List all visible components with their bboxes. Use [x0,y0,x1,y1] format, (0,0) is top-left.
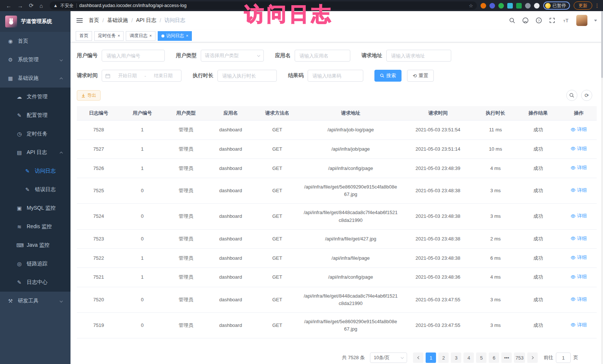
table-cell: 成功 [515,229,561,249]
sidebar-item-mysql[interactable]: ▣MySQL 监控 [0,199,71,217]
page-button-753[interactable]: 753 [514,352,525,363]
app-logo[interactable]: 芋道管理系统 [0,11,71,32]
request-time-range-picker[interactable]: 开始日期 - 结束日期 [102,70,181,82]
sidebar-item-label: MySQL 监控 [27,205,56,211]
sidebar-item-system[interactable]: ⚙系统管理 [0,50,71,69]
scrollbar[interactable] [601,11,603,364]
ext-green-circle-icon[interactable] [498,3,504,9]
tab-首页[interactable]: 首页 [76,31,92,41]
sidebar-item-trace[interactable]: ◎链路追踪 [0,255,71,273]
ext-gray-leaf-icon[interactable] [525,3,531,9]
detail-link[interactable]: 详细 [571,321,587,329]
ext-white-star-icon[interactable] [534,3,540,9]
reload-icon[interactable]: ⟳ [29,2,34,9]
search-button[interactable]: 搜索 [374,70,402,82]
more-pages-button[interactable]: ••• [501,352,512,363]
page-size-select[interactable]: 10条/页 [370,352,407,363]
page-button-6[interactable]: 6 [489,352,499,363]
goto-page-input[interactable] [556,352,571,363]
next-page-button[interactable] [527,352,538,363]
request-url-input[interactable] [386,50,451,62]
url-text[interactable]: dashboard.yudao.iocoder.cn/infra/log/api… [79,3,466,8]
sidebar-item-config[interactable]: ✎配置管理 [0,106,71,125]
page-button-1[interactable]: 1 [426,352,436,363]
table-cell: 0 [121,313,164,338]
home-icon[interactable]: ⌂ [40,3,43,9]
sidebar-item-log-center[interactable]: ✎日志中心 [0,273,71,292]
close-icon[interactable]: × [118,34,120,38]
sidebar-item-java[interactable]: ⌨Java 监控 [0,236,71,255]
tab-调度日志[interactable]: 调度日志× [126,31,155,41]
forward-icon[interactable]: → [17,3,23,9]
table-cell: dashboard [208,178,253,204]
detail-link[interactable]: 详细 [571,212,587,220]
security-label[interactable]: 不安全 [60,3,74,9]
table-cell: /api/infra/file/get/5e8609290e915c4fa8b0… [301,313,400,338]
detail-link[interactable]: 详细 [571,187,587,194]
detail-link[interactable]: 详细 [571,254,587,261]
help-icon[interactable]: ? [535,17,542,24]
scrollbar-thumb[interactable] [601,11,603,78]
hamburger-icon[interactable] [76,18,83,23]
sidebar-item-redis[interactable]: ≋Redis 监控 [0,217,71,236]
detail-link[interactable]: 详细 [571,126,587,133]
breadcrumb-item[interactable]: 首页 [89,17,99,24]
avatar-caret-icon[interactable] [594,20,597,22]
fullscreen-icon[interactable] [549,17,556,24]
browser-update-button[interactable]: 更新 [574,1,592,10]
detail-link[interactable]: 详细 [571,164,587,171]
tab-访问日志[interactable]: 访问日志× [158,31,192,41]
page-button-4[interactable]: 4 [463,352,474,363]
user-id-input[interactable] [102,50,165,62]
sidebar-item-home[interactable]: ◉首页 [0,32,71,50]
sidebar-item-api-log[interactable]: ▤API 日志 [0,143,71,162]
reset-button[interactable]: ⟲ 重置 [407,70,434,82]
ext-green-square-icon[interactable] [516,3,522,9]
github-icon[interactable] [522,17,529,24]
breadcrumb-item[interactable]: API 日志 [136,17,156,24]
duration-input[interactable] [217,70,277,82]
sidebar-item-infra[interactable]: ▦基础设施 [0,69,71,88]
sidebar-item-file[interactable]: ☁文件管理 [0,88,71,106]
close-icon[interactable]: × [186,34,188,38]
bookmark-star-icon[interactable]: ☆ [469,3,473,9]
sidebar-item-job[interactable]: ◷定时任务 [0,125,71,143]
user-avatar[interactable] [576,15,587,26]
export-button[interactable]: 导出 [77,90,101,101]
font-size-icon[interactable]: TT [562,17,570,24]
detail-link[interactable]: 详细 [571,235,587,242]
search-icon[interactable] [509,17,515,24]
sidebar-item-error-log[interactable]: ✎错误日志 [0,180,71,199]
ext-blue-shield-icon[interactable] [489,3,495,9]
refresh-table-button[interactable]: ⟳ [581,90,592,101]
page-button-2[interactable]: 2 [438,352,449,363]
table-cell-actions: 详细 [561,159,597,178]
detail-link[interactable]: 详细 [571,273,587,281]
detail-link[interactable]: 详细 [571,145,587,153]
ext-orange-circle-icon[interactable] [481,3,486,9]
breadcrumb-item[interactable]: 基础设施 [107,17,128,24]
sidebar-item-dev-tools[interactable]: ⚒研发工具 [0,292,71,310]
page-button-5[interactable]: 5 [476,352,486,363]
table-row: 75200管理员dashboardGET/api/infra/file/get/… [77,287,597,312]
address-bar[interactable]: ▲ 不安全 dashboard.yudao.iocoder.cn/infra/l… [50,1,477,10]
user-type-select[interactable]: 请选择用户类型 [201,50,264,62]
back-icon[interactable]: ← [6,3,12,9]
sidebar-item-access-log[interactable]: ✎访问日志 [0,162,71,180]
browser-menu-icon[interactable]: ⋮ [594,3,600,9]
result-code-input[interactable] [308,70,363,82]
tab-定时任务[interactable]: 定时任务× [94,31,124,41]
breadcrumb-item[interactable]: 访问日志 [164,17,185,24]
end-date-placeholder[interactable]: 结束日期 [149,73,178,79]
chevron-down-icon [60,299,63,302]
start-date-placeholder[interactable]: 开始日期 [113,73,142,79]
security-warning-icon[interactable]: ▲ [53,3,58,8]
detail-link[interactable]: 详细 [571,296,587,303]
page-button-3[interactable]: 3 [451,352,461,363]
toggle-search-button[interactable] [566,90,577,101]
browser-profile-pill[interactable]: 已暂停 [543,1,570,10]
close-icon[interactable]: × [149,34,151,38]
app-name-input[interactable] [295,50,350,62]
ext-blue-grid-icon[interactable] [507,3,513,9]
prev-page-button[interactable] [413,352,423,363]
